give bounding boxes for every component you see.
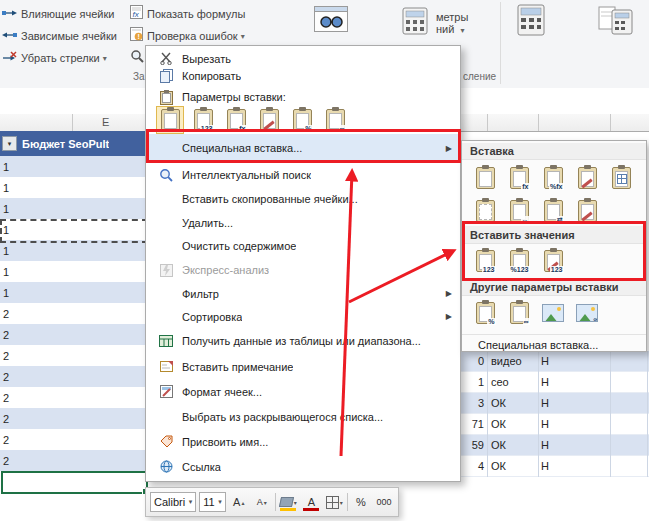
link-globe-icon	[154, 460, 178, 473]
table-row[interactable]: 2	[0, 303, 146, 324]
trace-precedents-label: Влияющие ячейки	[21, 8, 114, 20]
font-size-select[interactable]: 11▾	[199, 492, 226, 512]
toolbar-separator	[347, 493, 348, 511]
paste-percent-button[interactable]: %	[288, 106, 316, 134]
table-header-cell[interactable]: ▾ Бюджет SeoPult	[0, 131, 146, 156]
remove-arrows-button[interactable]: Убрать стрелки ▾	[2, 48, 107, 68]
font-name-select[interactable]: Calibri▾	[150, 492, 196, 512]
table-row[interactable]: 2	[0, 345, 146, 366]
context-menu: Вырезать Копировать Параметры вставки: 1…	[145, 45, 461, 482]
sheet-row[interactable]: 1ceoН	[461, 372, 649, 393]
clipboard-icon	[154, 90, 178, 105]
table-row[interactable]: 2	[0, 324, 146, 345]
calculate-now-button[interactable]	[514, 5, 548, 39]
active-cell-selection[interactable]	[1, 471, 148, 494]
table-row[interactable]: 1	[0, 177, 146, 198]
table-row[interactable]: 1	[0, 261, 146, 282]
table-row[interactable]: 1	[0, 282, 146, 303]
paste-formulas-button[interactable]: fx	[222, 106, 250, 134]
column-header-E[interactable]: E	[102, 116, 109, 128]
table-row[interactable]: 1	[0, 156, 146, 177]
menu-item-insert-copied-cells[interactable]: Вставить скопированные ячейки...	[146, 187, 460, 211]
paste-formulas-number-formatting-button[interactable]: %fx	[538, 163, 568, 193]
table-row[interactable]: 2	[0, 450, 146, 471]
watch-window-button[interactable]	[314, 6, 348, 36]
submenu-section-other-paste-options: Другие параметры вставки	[462, 278, 646, 296]
table-row[interactable]: 2	[0, 408, 146, 429]
font-color-bar	[303, 508, 319, 511]
gridline	[487, 351, 488, 477]
sheet-row[interactable]: 3ОКН	[461, 393, 649, 414]
show-formulas-icon: fx	[130, 5, 143, 23]
paste-link-button[interactable]: ∞	[504, 298, 534, 328]
table-row[interactable]: 2	[0, 366, 146, 387]
paste-values-icons-row: 123 %123 123	[462, 244, 646, 278]
paste-picture-button[interactable]	[538, 298, 568, 328]
trace-dependents-button[interactable]: Зависимые ячейки	[2, 26, 117, 46]
table-row[interactable]: 2	[0, 429, 146, 450]
menu-item-copy[interactable]: Копировать	[146, 67, 460, 84]
menu-item-clear-contents[interactable]: Очистить содержимое	[146, 234, 460, 258]
paste-no-borders-button[interactable]	[470, 196, 500, 226]
fill-color-button[interactable]: ▾	[278, 492, 298, 512]
paste-button[interactable]	[470, 163, 500, 193]
paste-keep-source-formatting-button[interactable]	[572, 163, 602, 193]
evaluate-formula-button[interactable]	[130, 48, 144, 68]
menu-item-paste-special[interactable]: Специальная вставка... ▶	[146, 134, 460, 162]
filter-button[interactable]: ▾	[2, 136, 17, 151]
svg-text:!: !	[137, 33, 139, 40]
paste-values-source-formatting-button[interactable]: 123	[538, 246, 568, 276]
table-row[interactable]: 2	[0, 387, 146, 408]
menu-item-cut[interactable]: Вырезать	[146, 50, 460, 67]
menu-item-link[interactable]: Ссылка	[146, 454, 460, 479]
submenu-item-paste-special[interactable]: Специальная вставка...	[462, 334, 646, 355]
shrink-font-button[interactable]: А▾	[252, 492, 272, 512]
paste-link-button[interactable]: ∞	[321, 106, 349, 134]
paste-merge-formatting-button[interactable]	[572, 196, 602, 226]
percent-style-button[interactable]: %	[351, 492, 371, 512]
note-icon	[154, 361, 178, 372]
menu-item-define-name[interactable]: Присвоить имя...	[146, 429, 460, 454]
paste-linked-picture-button[interactable]: ∞	[572, 298, 602, 328]
error-checking-button[interactable]: ! Проверка ошибок ▾	[130, 26, 245, 46]
trace-dependents-label: Зависимые ячейки	[21, 30, 117, 42]
paste-transpose-button[interactable]: ⇄	[538, 196, 568, 226]
paste-keep-column-widths-button[interactable]: ↔	[504, 196, 534, 226]
menu-item-delete[interactable]: Удалить...	[146, 211, 460, 234]
paste-formatting-button[interactable]: %	[470, 298, 500, 328]
gridline	[538, 351, 539, 477]
paste-values-button[interactable]: 123	[189, 106, 217, 134]
paste-formatting-button[interactable]	[255, 106, 283, 134]
sheet-fragment: 0видеоН 1ceoН 3ОКН 71ОКН 59ОКН 4ОКН	[461, 351, 649, 484]
grow-font-button[interactable]: А▴	[229, 492, 249, 512]
paste-values-button[interactable]: 123	[470, 246, 500, 276]
menu-item-insert-note[interactable]: Вставить примечание	[146, 354, 460, 379]
paste-formulas-button[interactable]: fx	[504, 163, 534, 193]
calculate-sheet-button[interactable]	[598, 5, 634, 39]
column-divider	[72, 114, 73, 131]
table-row[interactable]: 1	[0, 240, 146, 261]
borders-button[interactable]: ▾	[324, 492, 344, 512]
sheet-row[interactable]: 59ОКН	[461, 435, 649, 456]
menu-item-sort[interactable]: Сортировка ▶	[146, 305, 460, 328]
sheet-row[interactable]: 71ОКН	[461, 414, 649, 435]
menu-item-smart-lookup[interactable]: Интеллектуальный поиск	[146, 162, 460, 187]
calculation-options-button[interactable]: метры ний ▾	[402, 6, 468, 40]
menu-item-get-data[interactable]: Получить данные из таблицы или диапазона…	[146, 328, 460, 354]
trace-precedents-button[interactable]: Влияющие ячейки	[2, 4, 114, 24]
font-color-button[interactable]: А	[301, 492, 321, 512]
group-label-calculation: сление	[463, 71, 503, 82]
table-row[interactable]: 1	[0, 198, 146, 219]
menu-item-paste-options: Параметры вставки:	[146, 88, 460, 106]
smart-lookup-icon	[154, 168, 178, 182]
show-formulas-button[interactable]: fx Показать формулы	[130, 4, 245, 24]
menu-item-filter[interactable]: Фильтр ▶	[146, 282, 460, 305]
sheet-row[interactable]: 4ОКН	[461, 456, 649, 477]
comma-style-button[interactable]: 000	[374, 492, 394, 512]
paste-button[interactable]	[156, 106, 184, 134]
paste-borders-button[interactable]	[606, 163, 636, 193]
menu-item-pick-from-list[interactable]: Выбрать из раскрывающегося списка...	[146, 404, 460, 429]
menu-item-format-cells[interactable]: Формат ячеек...	[146, 379, 460, 404]
format-cells-icon	[154, 385, 178, 398]
paste-values-number-formatting-button[interactable]: %123	[504, 246, 534, 276]
